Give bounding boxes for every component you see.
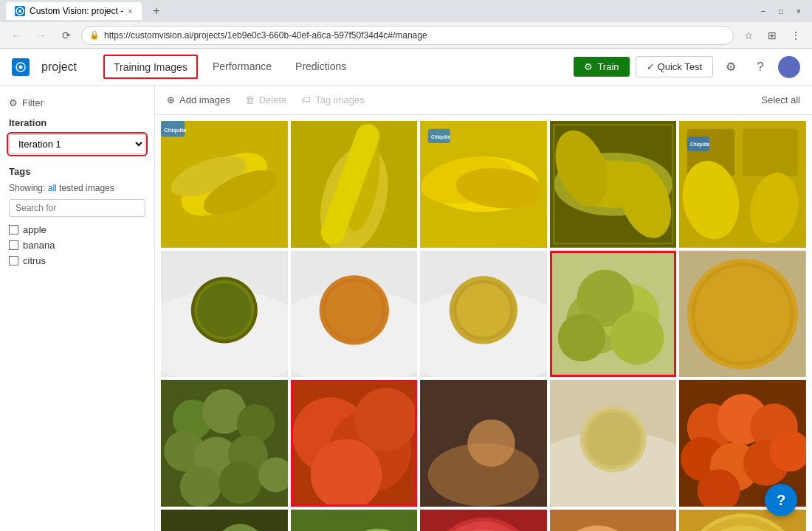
tags-section: Tags Showing: all tested images apple ba… [9,166,145,266]
svg-point-37 [197,283,251,337]
citrus-label: citrus [23,255,46,266]
browser-tab[interactable]: Custom Vision: project - × [6,2,142,20]
svg-text:Chiquita: Chiquita [431,134,450,140]
image-cell[interactable] [550,510,677,531]
svg-text:Chiquita: Chiquita [164,127,187,133]
image-cell[interactable] [420,251,547,378]
image-cell[interactable] [291,510,418,531]
image-cell[interactable] [679,251,806,378]
extensions-button[interactable]: ⊞ [762,25,782,46]
refresh-button[interactable]: ⟳ [56,25,77,46]
help-fab-button[interactable]: ? [765,484,797,516]
address-bar[interactable]: 🔒 https://customvision.ai/projects/1eb9e… [81,26,734,45]
filter-label: Filter [22,97,44,108]
image-cell[interactable] [550,121,677,248]
nav-tabs: Training Images Performance Predictions [100,49,358,85]
header-actions: ⚙ Train ✓ Quick Test ⚙ ? [574,55,800,79]
browser-toolbar: ← → ⟳ 🔒 https://customvision.ai/projects… [0,22,812,49]
image-cell[interactable] [550,380,677,507]
showing-link[interactable]: all [48,183,57,193]
secure-icon: 🔒 [89,30,100,40]
browser-titlebar: Custom Vision: project - × + − □ × [0,0,812,22]
add-images-icon: ⊕ [167,94,175,105]
close-button[interactable]: × [791,4,806,18]
check-icon: ✓ [647,61,655,72]
url-text: https://customvision.ai/projects/1eb9e0c… [104,30,726,41]
tag-item-banana[interactable]: banana [9,240,145,251]
showing-label: Showing: [9,183,45,193]
tag-item-citrus[interactable]: citrus [9,255,145,266]
new-tab-button[interactable]: + [148,2,165,20]
sidebar: ⚙ Filter Iteration Iteration 1 Tags Show… [0,86,155,531]
quick-test-button[interactable]: ✓ Quick Test [636,56,713,77]
image-cell[interactable] [291,380,418,507]
settings-button[interactable]: ⚙ [719,55,743,79]
menu-button[interactable]: ⋮ [785,25,806,46]
help-button[interactable]: ? [749,55,772,79]
citrus-checkbox[interactable] [9,256,18,266]
main-area: ⚙ Filter Iteration Iteration 1 Tags Show… [0,86,812,531]
image-cell[interactable] [420,380,547,507]
help-fab-icon: ? [777,492,785,509]
avatar[interactable] [778,56,800,78]
showing-suffix: tested images [59,183,114,193]
image-cell[interactable] [550,251,677,378]
star-button[interactable]: ☆ [738,25,759,46]
apple-checkbox[interactable] [9,225,18,235]
iteration-select[interactable]: Iteration 1 [9,134,145,154]
svg-point-53 [558,313,605,361]
browser-toolbar-icons: ☆ ⊞ ⋮ [738,25,806,46]
tag-search-input[interactable] [9,199,145,217]
svg-point-52 [610,310,664,364]
tab-performance-label: Performance [213,60,272,72]
tab-predictions-label: Predictions [295,60,346,72]
svg-point-47 [457,283,511,337]
image-cell[interactable]: Chiquita [679,121,806,248]
image-cell[interactable] [161,251,288,378]
image-cell[interactable] [420,510,547,531]
delete-icon: 🗑 [245,94,255,105]
svg-point-3 [19,65,23,69]
apple-label: apple [23,224,47,235]
tab-performance[interactable]: Performance [201,49,283,85]
tab-predictions[interactable]: Predictions [283,49,358,85]
minimize-button[interactable]: − [756,4,771,18]
content-area: ⊕ Add images 🗑 Delete 🏷 Tag images Selec… [155,86,812,531]
svg-point-76 [468,420,515,467]
tag-images-label: Tag images [315,94,364,105]
showing-text: Showing: all tested images [9,183,145,193]
image-cell[interactable]: Chiquita [420,121,547,248]
svg-point-66 [219,462,261,504]
tab-title: Custom Vision: project - [30,6,123,16]
filter-row[interactable]: ⚙ Filter [9,94,145,117]
app-title: project [41,60,77,74]
svg-point-42 [326,281,382,338]
image-grid: Chiquita [161,121,806,531]
image-cell[interactable] [161,380,288,507]
app-container: project Training Images Performance Pred… [0,49,812,531]
filter-icon: ⚙ [9,97,18,108]
forward-button[interactable]: → [31,25,52,46]
delete-action[interactable]: 🗑 Delete [245,91,287,108]
app-header: project Training Images Performance Pred… [0,49,812,86]
tag-images-action[interactable]: 🏷 Tag images [301,91,364,108]
tab-close-button[interactable]: × [128,7,132,15]
maximize-button[interactable]: □ [774,4,788,18]
add-images-action[interactable]: ⊕ Add images [167,91,230,108]
image-cell[interactable] [161,510,288,531]
select-all-button[interactable]: Select all [761,94,800,105]
back-button[interactable]: ← [6,25,27,46]
browser-frame: Custom Vision: project - × + − □ × ← → ⟳… [0,0,812,531]
svg-point-81 [586,412,640,466]
tab-training-images-label: Training Images [114,61,187,73]
app-logo [12,58,30,76]
banana-checkbox[interactable] [9,240,18,250]
tag-item-apple[interactable]: apple [9,224,145,235]
tab-training-images[interactable]: Training Images [103,55,198,79]
train-button[interactable]: ⚙ Train [574,57,629,77]
image-cell[interactable]: Chiquita [161,121,288,248]
delete-label: Delete [259,94,287,105]
image-cell[interactable] [291,121,418,248]
image-grid-container: Chiquita [155,115,812,531]
image-cell[interactable] [291,251,418,378]
